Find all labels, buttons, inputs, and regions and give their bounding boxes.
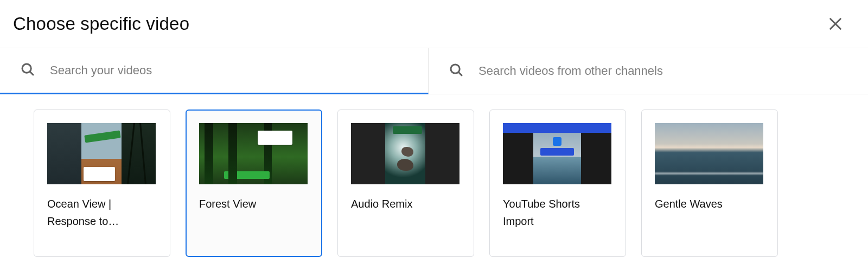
video-gallery: Ocean View | Response to… Forest View Au…	[0, 94, 868, 272]
video-thumbnail	[655, 123, 763, 184]
search-your-videos-input[interactable]	[50, 63, 409, 78]
video-card[interactable]: Forest View	[186, 109, 322, 257]
video-card[interactable]: Ocean View | Response to…	[34, 109, 170, 257]
video-card[interactable]: Audio Remix	[337, 109, 474, 257]
search-icon	[20, 61, 36, 80]
svg-line-5	[458, 72, 462, 75]
video-thumbnail	[351, 123, 459, 184]
video-title: Gentle Waves	[655, 195, 764, 212]
close-icon	[827, 15, 844, 33]
video-title: YouTube Shorts Import	[503, 195, 612, 230]
dialog-header: Choose specific video	[0, 0, 868, 48]
svg-line-3	[30, 72, 33, 75]
search-other-channels-cell[interactable]	[429, 48, 868, 94]
video-thumbnail	[199, 123, 308, 184]
search-your-videos-cell[interactable]	[0, 48, 429, 94]
video-thumbnail	[47, 123, 156, 184]
video-title: Ocean View | Response to…	[47, 195, 157, 230]
video-title: Audio Remix	[351, 195, 461, 212]
video-card[interactable]: Gentle Waves	[641, 109, 778, 257]
video-title: Forest View	[199, 195, 309, 212]
dialog-title: Choose specific video	[13, 14, 189, 34]
video-card[interactable]: YouTube Shorts Import	[489, 109, 626, 257]
search-icon	[448, 62, 464, 80]
video-thumbnail	[503, 123, 611, 184]
close-button[interactable]	[825, 13, 846, 35]
search-row	[0, 48, 868, 94]
search-other-channels-input[interactable]	[478, 64, 848, 78]
